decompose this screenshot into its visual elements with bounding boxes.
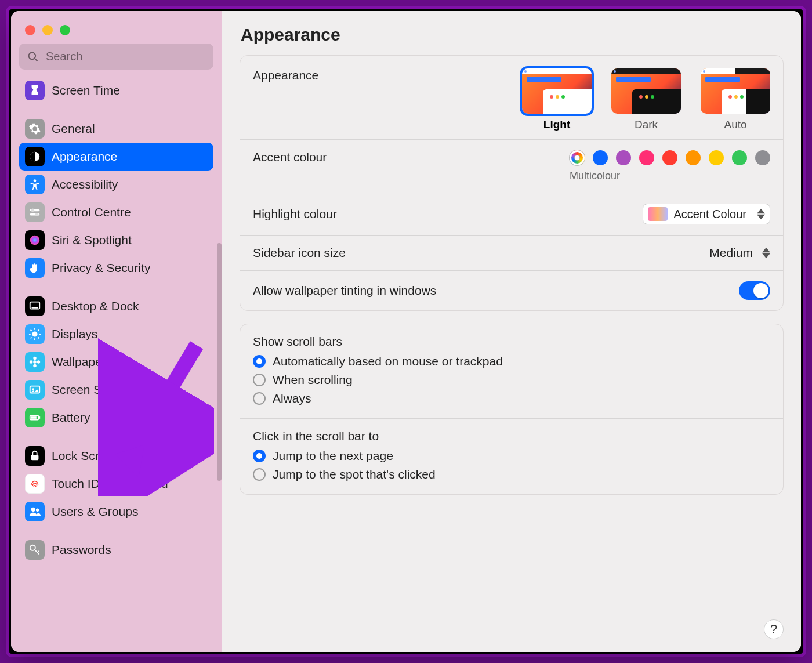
svg-rect-30 (31, 455, 39, 460)
search-field[interactable] (19, 44, 213, 70)
svg-rect-25 (30, 386, 40, 393)
accent-pink[interactable] (639, 150, 654, 165)
svg-line-18 (31, 338, 32, 339)
highlight-value: Accent Colour (673, 208, 746, 221)
svg-point-6 (31, 209, 35, 212)
appearance-icon (25, 147, 45, 166)
hourglass-icon (25, 81, 45, 100)
sidebar-item-touch-id[interactable]: Touch ID & Password (19, 470, 213, 498)
accent-colour-label: Accent colour (253, 150, 327, 164)
window-controls (19, 21, 213, 44)
hand-icon (25, 258, 45, 278)
highlight-colour-select[interactable]: Accent Colour (643, 204, 770, 224)
scrollbars-option-always[interactable]: Always (253, 389, 770, 408)
sidebar-item-displays[interactable]: Displays (19, 320, 213, 348)
svg-point-7 (35, 213, 38, 216)
close-button[interactable] (25, 25, 35, 35)
sidebar-item-passwords[interactable]: Passwords (19, 536, 213, 564)
sidebar-item-label: Control Centre (52, 205, 131, 219)
accessibility-icon (25, 175, 45, 194)
wallpaper-tinting-label: Allow wallpaper tinting in windows (253, 284, 436, 298)
click-option-next-page[interactable]: Jump to the next page (253, 447, 770, 465)
svg-rect-10 (32, 307, 38, 309)
fullscreen-button[interactable] (60, 25, 70, 35)
accent-purple[interactable] (616, 150, 631, 165)
accent-selected-label: Multicolour (570, 170, 620, 182)
svg-point-24 (37, 360, 40, 364)
sidebar-item-screen-saver[interactable]: Screen Saver (19, 376, 213, 404)
click-option-jump-spot[interactable]: Jump to the spot that's clicked (253, 465, 770, 484)
search-input[interactable] (45, 49, 205, 64)
stepper-icon (757, 208, 765, 220)
sidebar-item-general[interactable]: General (19, 115, 213, 143)
theme-dark[interactable]: Dark (611, 68, 681, 131)
sidebar-item-siri-spotlight[interactable]: Siri & Spotlight (19, 226, 213, 254)
accent-green[interactable] (732, 150, 747, 165)
scroll-card: Show scroll bars Automatically based on … (240, 324, 784, 495)
accent-graphite[interactable] (755, 150, 770, 165)
wallpaper-tinting-toggle[interactable] (739, 281, 770, 300)
sidebar-item-label: Privacy & Security (52, 261, 150, 275)
sidebar-item-label: Accessibility (52, 177, 118, 191)
sidebar-item-users-groups[interactable]: Users & Groups (19, 498, 213, 526)
sidebar-item-privacy-security[interactable]: Privacy & Security (19, 254, 213, 282)
sidebar-icon-size-select[interactable]: Medium (709, 246, 770, 260)
accent-swatches (570, 150, 770, 165)
help-button[interactable]: ? (764, 619, 784, 639)
sidebar-item-accessibility[interactable]: Accessibility (19, 171, 213, 198)
accent-multicolour[interactable] (570, 150, 585, 165)
theme-label: Light (543, 118, 570, 131)
theme-preview-dark (611, 68, 681, 114)
sidebar-item-appearance[interactable]: Appearance (19, 143, 213, 171)
system-settings-window: Screen Time General Appearance (11, 11, 801, 652)
svg-line-19 (38, 330, 39, 331)
radio-icon (253, 450, 266, 462)
theme-selector: Light Dark (522, 68, 770, 131)
svg-line-1 (35, 58, 38, 61)
key-icon (25, 540, 45, 560)
scrollbars-option-auto[interactable]: Automatically based on mouse or trackpad (253, 352, 770, 371)
search-icon (27, 51, 39, 63)
minimize-button[interactable] (42, 25, 53, 35)
sidebar-item-lock-screen[interactable]: Lock Screen (19, 442, 213, 470)
sidebar-item-label: Users & Groups (52, 505, 138, 519)
sidebar-scrollbar[interactable] (217, 243, 222, 481)
accent-blue[interactable] (593, 150, 608, 165)
sidebar-item-control-centre[interactable]: Control Centre (19, 198, 213, 226)
siri-icon (25, 230, 45, 250)
scrollbars-option-scrolling[interactable]: When scrolling (253, 371, 770, 389)
sidebar-item-label: General (52, 122, 95, 136)
sliders-icon (25, 202, 45, 222)
accent-orange[interactable] (686, 150, 701, 165)
radio-icon (253, 374, 266, 386)
theme-label: Dark (635, 118, 658, 131)
accent-yellow[interactable] (709, 150, 724, 165)
svg-rect-28 (39, 416, 40, 419)
theme-auto[interactable]: Auto (701, 68, 770, 131)
appearance-card: Appearance Light (240, 55, 784, 311)
option-label: Automatically based on mouse or trackpad (273, 354, 503, 368)
sidebar-item-label: Passwords (52, 543, 111, 557)
page-title: Appearance (240, 21, 784, 55)
accent-red[interactable] (662, 150, 677, 165)
option-label: When scrolling (273, 373, 353, 387)
svg-point-21 (33, 357, 37, 360)
sidebar-item-screen-time[interactable]: Screen Time (19, 77, 213, 104)
sidebar-item-label: Screen Time (52, 84, 120, 97)
sidebar-nav[interactable]: Screen Time General Appearance (19, 77, 216, 652)
battery-icon (25, 408, 45, 427)
svg-rect-29 (31, 416, 37, 419)
sidebar-item-label: Screen Saver (52, 383, 125, 397)
option-label: Always (273, 392, 311, 405)
sidebar-item-battery[interactable]: Battery (19, 404, 213, 432)
radio-icon (253, 392, 266, 405)
highlight-swatch-icon (648, 207, 668, 221)
option-label: Jump to the next page (273, 449, 393, 463)
appearance-label: Appearance (253, 68, 318, 82)
gear-icon (25, 119, 45, 139)
theme-light[interactable]: Light (522, 68, 592, 131)
lock-icon (25, 446, 45, 466)
sidebar-item-desktop-dock[interactable]: Desktop & Dock (19, 292, 213, 320)
sidebar-item-wallpaper[interactable]: Wallpaper (19, 348, 213, 376)
svg-line-16 (31, 330, 32, 331)
